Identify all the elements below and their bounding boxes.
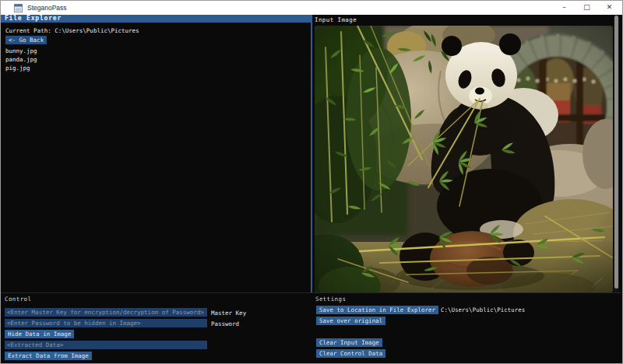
file-item-pig[interactable]: pig.jpg (5, 64, 30, 72)
clear-input-image-button[interactable]: Clear Input Image (316, 338, 382, 347)
current-path-label: Current Path: (5, 27, 55, 34)
minimize-button[interactable]: – (553, 1, 575, 15)
master-key-label: Master Key (211, 310, 246, 317)
clear-control-data-button[interactable]: Clear Control Data (316, 349, 385, 358)
panel-divider (311, 15, 312, 292)
file-item-bunny[interactable]: bunny.jpg (5, 47, 37, 55)
panda-photo (315, 26, 613, 292)
password-input[interactable] (5, 319, 207, 327)
app-window: SteganoPass – □ ✕ File Explorer Current … (0, 0, 623, 364)
master-key-input[interactable] (5, 308, 207, 317)
password-label: Password (211, 320, 239, 327)
save-location-path: C:\Users\Public\Pictures (441, 306, 525, 313)
hide-data-button[interactable]: Hide Data in Image (5, 330, 74, 338)
input-image-header: Input Image (315, 16, 357, 25)
app-icon (14, 4, 23, 12)
horizontal-divider (1, 292, 621, 293)
file-item-panda[interactable]: panda.jpg (5, 55, 37, 64)
file-explorer-header: File Explorer (1, 15, 311, 23)
control-header: Control (5, 296, 31, 303)
maximize-button[interactable]: □ (575, 1, 598, 15)
title-bar: SteganoPass – □ ✕ (1, 1, 622, 15)
extracted-data-field[interactable] (5, 341, 207, 349)
current-path: Current Path: C:\Users\Public\Pictures (5, 27, 139, 34)
window-controls: – □ ✕ (553, 1, 621, 15)
scrollbar-thumb[interactable] (614, 16, 618, 289)
window-title: SteganoPass (27, 4, 67, 12)
settings-header: Settings (315, 296, 346, 303)
image-scrollbar[interactable] (614, 15, 619, 292)
close-button[interactable]: ✕ (598, 1, 621, 15)
save-location-button[interactable]: Save to Location in File Explorer (316, 306, 438, 314)
go-back-button[interactable]: <- Go Back (5, 36, 47, 44)
extract-data-button[interactable]: Extract Data from Image (5, 352, 92, 360)
input-image-view (315, 26, 613, 292)
save-over-original-button[interactable]: Save over original (316, 317, 385, 325)
current-path-value: C:\Users\Public\Pictures (55, 27, 139, 34)
